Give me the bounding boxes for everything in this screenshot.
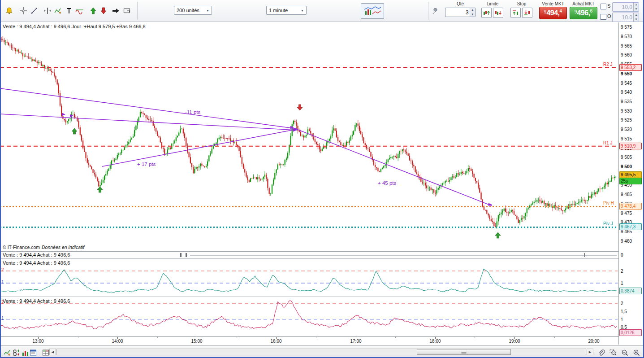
buy-market-button[interactable]: 9496,6	[570, 7, 597, 19]
quantity-down-button[interactable]: ▼	[470, 13, 475, 17]
axis-label: 1	[621, 281, 623, 286]
zoom-out-icon	[621, 349, 629, 357]
price-axis[interactable]: 9 553,29 510,99 478,49 467,39 5759 5709 …	[618, 22, 644, 345]
measure-icon	[30, 7, 38, 15]
stop-order-value-stepper[interactable]: ▲ ▼	[612, 2, 639, 12]
time-axis-label: 14:00	[112, 339, 123, 344]
candlestick-plot[interactable]: R2 JR1 JPiv HPiv J-11 pts+ 17 pts+ 45 pt…	[0, 22, 618, 250]
axis-label: 0	[621, 253, 623, 258]
svg-text:R2 J: R2 J	[603, 62, 613, 67]
disclaimer-text: Données en indicatif	[42, 244, 84, 250]
axis-label: 1,5	[621, 309, 627, 314]
quantity-input[interactable]	[445, 8, 470, 17]
objective-value-up-button[interactable]: ▲	[634, 13, 639, 17]
quantity-up-button[interactable]: ▲	[470, 8, 475, 13]
news-button[interactable]	[28, 347, 39, 358]
indicator-level-label: 1	[1, 316, 4, 321]
axis-label: 9 550	[621, 71, 632, 76]
splitter-grip[interactable]	[180, 253, 182, 257]
level-price-tag: 9 478,4	[619, 203, 642, 210]
objective-order-value-input[interactable]	[613, 13, 633, 22]
zoom-selection-button[interactable]	[608, 347, 618, 358]
quantity-stepper[interactable]: ▲ ▼	[445, 8, 475, 17]
panel-splitter[interactable]: Vente : 9 494,4 Achat : 9 496,6	[0, 251, 618, 259]
stop-buy-button[interactable]	[510, 8, 521, 18]
scroll-left-button[interactable]: ◀	[49, 349, 56, 355]
quotes-icon	[12, 349, 20, 357]
time-axis-label: 19:00	[509, 339, 520, 344]
time-axis-label: 16:00	[270, 339, 281, 344]
buy-price-main: 496,	[577, 9, 590, 17]
zigzag-pencil-icon	[54, 7, 62, 15]
axis-label: 9 525	[621, 118, 632, 122]
axis-label: 9 560	[621, 52, 632, 57]
mini-chart-icon	[363, 5, 382, 17]
svg-text:+ 17 pts: + 17 pts	[137, 162, 156, 167]
axis-label: 2	[621, 301, 623, 306]
scroll-right-button[interactable]: ▶	[587, 349, 593, 355]
table-icon	[42, 349, 50, 357]
stop-label: Stop	[510, 1, 533, 6]
objective-order-label: O	[607, 13, 611, 19]
indicator2-plot[interactable]	[0, 297, 618, 336]
zoom-box-tool-button[interactable]	[121, 4, 134, 17]
objective-order-value-stepper[interactable]: ▲ ▼	[612, 13, 639, 22]
stop-value-spin-buttons: ▲ ▼	[633, 3, 639, 11]
timeframe-dropdown[interactable]: 1 minute ▼	[266, 6, 307, 15]
limit-buy-button[interactable]	[481, 8, 492, 18]
svg-text:+ 45 pts: + 45 pts	[378, 180, 396, 186]
alarm-bell-icon	[5, 7, 13, 15]
chart-gallery-button[interactable]	[361, 3, 384, 19]
time-tick-minor	[554, 337, 555, 338]
zoom-in-button[interactable]	[631, 347, 642, 358]
stop-order-checkbox[interactable]	[601, 4, 606, 9]
objective-order-checkbox[interactable]	[601, 14, 606, 20]
black-right-arrow-icon	[112, 7, 120, 15]
alarm-tool-button[interactable]	[3, 4, 15, 17]
time-axis[interactable]: 13:0014:0015:0016:0017:0018:0019:0020:00	[0, 336, 644, 346]
indicator-panel-1: Vente : 9 494,4 Achat : 9 496,6 21	[0, 259, 618, 297]
main-chart-panel: R2 JR1 JPiv HPiv J-11 pts+ 17 pts+ 45 pt…	[0, 22, 618, 251]
quantity-label: Qté	[445, 1, 475, 6]
axis-label: 9 540	[621, 90, 632, 95]
news-icon	[29, 349, 37, 357]
level-price-tag: 9 467,3	[619, 223, 642, 230]
buy-price-decimal: 6	[590, 9, 593, 13]
axis-label: 9 515	[621, 136, 632, 141]
order-settings-button[interactable]	[430, 6, 441, 17]
stop-value-down-button[interactable]: ▼	[634, 7, 639, 12]
drawing-tool-button[interactable]	[52, 4, 64, 17]
axis-label: 9 570	[621, 34, 632, 39]
indicator-wave-icon	[75, 7, 84, 15]
horizontal-scrollbar[interactable]	[56, 349, 586, 355]
chart-edit-icon	[3, 349, 11, 357]
attach-button[interactable]	[596, 347, 607, 358]
zoom-out-button[interactable]	[619, 347, 630, 358]
stop-value-up-button[interactable]: ▲	[634, 3, 639, 7]
stop-order-value-input[interactable]	[613, 3, 633, 11]
splitter-quote-text: Vente : 9 494,4 Achat : 9 496,6	[3, 252, 70, 258]
zoom-rectangle-icon	[123, 7, 132, 15]
trend-arrow-tool-button[interactable]	[109, 4, 122, 17]
units-dropdown[interactable]: 200 unités ▼	[174, 6, 212, 15]
axis-label: 9 485	[621, 192, 632, 197]
toolbar-separator	[428, 2, 428, 20]
sell-arrow-tool-button[interactable]	[97, 4, 110, 17]
stop-sell-icon	[523, 9, 531, 17]
time-tick-minor	[157, 337, 158, 338]
objective-value-down-button[interactable]: ▼	[634, 17, 639, 22]
indicator1-plot[interactable]	[0, 259, 618, 297]
stop-sell-button[interactable]	[522, 8, 532, 18]
scrollbar-thumb[interactable]	[417, 349, 511, 355]
splitter-grip[interactable]	[186, 253, 187, 257]
measure-tool-button[interactable]	[28, 4, 40, 17]
bottom-toolbar: ◀ ▶	[0, 345, 644, 358]
copyright-text: © IT-Finance.com	[3, 244, 40, 250]
indicator-tool-button[interactable]	[73, 4, 86, 17]
main-chart-header: Vente : 9 494,4 Achat : 9 496,6 Jour :+H…	[3, 24, 146, 29]
objective-value-spin-buttons: ▲ ▼	[633, 13, 639, 22]
indicator-panel-2: Vente : 9 494,4 Achat : 9 496,6 21	[0, 297, 618, 336]
sell-market-button[interactable]: 9494,4	[539, 7, 567, 19]
limit-sell-button[interactable]	[493, 8, 503, 18]
axis-label: 9 505	[621, 155, 632, 160]
